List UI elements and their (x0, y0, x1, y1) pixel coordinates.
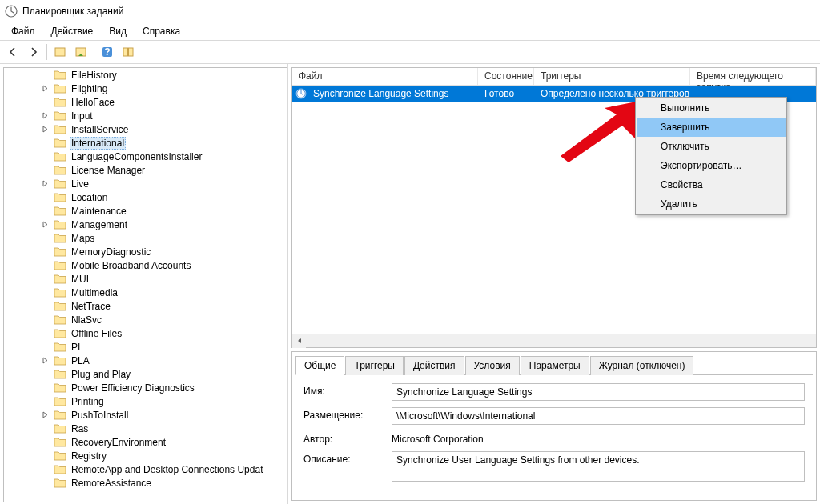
tree-item[interactable]: Printing (4, 394, 287, 408)
ctx-export[interactable]: Экспортировать… (637, 156, 786, 175)
col-triggers[interactable]: Триггеры (534, 68, 690, 85)
expand-icon[interactable] (39, 178, 50, 190)
tabs: Общие Триггеры Действия Условия Параметр… (295, 355, 813, 375)
tree-item[interactable]: MemoryDiagnostic (4, 245, 287, 258)
tree-item[interactable]: MUI (4, 272, 287, 286)
expand-icon[interactable] (39, 410, 50, 421)
tab-triggers[interactable]: Триггеры (345, 356, 404, 375)
tree-item-label: Mobile Broadband Accounts (70, 260, 192, 271)
tree-item[interactable]: PI (4, 340, 287, 354)
field-name[interactable] (392, 383, 805, 401)
col-nextrun[interactable]: Время следующего запуска (690, 68, 816, 85)
toolbar-separator (46, 44, 47, 60)
tree-item[interactable]: RemoteApp and Desktop Connections Updat (4, 462, 287, 476)
tree-item[interactable]: RemoteAssistance (4, 476, 287, 490)
folder-icon (54, 165, 66, 175)
ctx-run[interactable]: Выполнить (637, 98, 786, 118)
expand-icon[interactable] (39, 110, 50, 122)
tree-item[interactable]: RecoveryEnvironment (4, 435, 287, 449)
toolbar-back-button[interactable] (3, 42, 22, 62)
task-list-header: Файл Состояние Триггеры Время следующего… (292, 68, 816, 86)
tree-item[interactable]: Maps (4, 231, 287, 245)
menu-action[interactable]: Действие (43, 24, 102, 38)
menu-view[interactable]: Вид (101, 24, 135, 38)
task-scheduler-icon (5, 5, 18, 18)
tree-item-label: NlaSvc (70, 314, 103, 326)
tree-item[interactable]: PushToInstall (4, 408, 287, 422)
folder-icon (54, 328, 66, 338)
tree-item[interactable]: NlaSvc (4, 313, 287, 326)
folder-icon (54, 423, 66, 434)
folder-icon (54, 287, 66, 298)
folder-icon (54, 124, 66, 134)
toolbar-btn-4[interactable] (119, 42, 138, 62)
tree-item-label: MUI (70, 274, 90, 285)
tree-item-label: RemoteAssistance (70, 478, 153, 489)
tree-item[interactable]: InstallService (4, 122, 287, 136)
tree-item[interactable]: Live (4, 177, 287, 190)
tree-item[interactable]: NetTrace (4, 299, 287, 313)
expand-icon[interactable] (39, 219, 50, 230)
task-clock-icon (295, 88, 307, 99)
tree-item[interactable]: FileHistory (4, 68, 287, 82)
ctx-delete[interactable]: Удалить (637, 194, 786, 214)
tree-item-label: FileHistory (70, 70, 119, 81)
folder-icon (54, 342, 66, 352)
tree-view[interactable]: FileHistoryFlightingHelloFaceInputInstal… (3, 67, 287, 502)
tree-item[interactable]: Flighting (4, 82, 287, 95)
details-body: Имя: Размещение: Автор: Microsoft Corpor… (295, 375, 813, 494)
tree-item[interactable]: Offline Files (4, 326, 287, 340)
tree-item[interactable]: Management (4, 218, 287, 231)
tree-item[interactable]: Registry (4, 449, 287, 462)
expand-icon[interactable] (39, 83, 50, 94)
folder-icon (54, 192, 66, 202)
folder-icon (54, 478, 66, 488)
menu-help[interactable]: Справка (135, 24, 188, 38)
ctx-disable[interactable]: Отключить (637, 137, 786, 156)
toolbar-forward-button[interactable] (24, 42, 43, 62)
tree-item[interactable]: Location (4, 190, 287, 204)
tree-item[interactable]: LanguageComponentsInstaller (4, 150, 287, 163)
h-scrollbar[interactable] (292, 334, 816, 347)
expand-icon[interactable] (39, 355, 50, 366)
folder-icon (54, 83, 66, 94)
expand-icon[interactable] (39, 124, 50, 135)
tab-params[interactable]: Параметры (521, 356, 589, 375)
tree-item[interactable]: International (4, 136, 287, 150)
window-titlebar: Планировщик заданий (0, 0, 820, 22)
tree-item[interactable]: Input (4, 109, 287, 122)
tab-actions[interactable]: Действия (404, 356, 464, 375)
ctx-properties[interactable]: Свойства (637, 175, 786, 194)
tree-item-label: RemoteApp and Desktop Connections Updat (70, 464, 264, 475)
field-description[interactable] (392, 451, 805, 482)
task-state: Готово (478, 88, 534, 99)
folder-icon (54, 151, 66, 162)
tree-item[interactable]: Plug and Play (4, 367, 287, 381)
scroll-left-icon[interactable] (292, 334, 306, 348)
tab-history[interactable]: Журнал (отключен) (590, 356, 694, 375)
tree-item-label: Printing (70, 396, 106, 407)
task-name: Synchronize Language Settings (307, 88, 478, 99)
col-state[interactable]: Состояние (478, 68, 534, 85)
tree-item[interactable]: License Manager (4, 163, 287, 177)
tree-item[interactable]: Multimedia (4, 286, 287, 299)
tree-item[interactable]: PLA (4, 354, 287, 367)
ctx-end[interactable]: Завершить (637, 118, 786, 137)
tree-item[interactable]: Ras (4, 422, 287, 435)
toolbar-help-button[interactable]: ? (98, 42, 117, 62)
field-location[interactable] (392, 407, 805, 425)
tab-general[interactable]: Общие (295, 356, 344, 375)
folder-icon (54, 450, 66, 461)
col-file[interactable]: Файл (292, 68, 478, 85)
tree-item[interactable]: Power Efficiency Diagnostics (4, 381, 287, 394)
menu-file[interactable]: Файл (3, 24, 43, 38)
tree-item-label: RecoveryEnvironment (70, 437, 167, 448)
toolbar-btn-1[interactable] (50, 42, 70, 62)
tree-item[interactable]: HelloFace (4, 95, 287, 109)
toolbar-btn-2[interactable] (71, 42, 90, 62)
tree-item-label: Offline Files (70, 328, 123, 339)
folder-icon (54, 246, 66, 257)
tree-item[interactable]: Mobile Broadband Accounts (4, 258, 287, 272)
tree-item[interactable]: Maintenance (4, 204, 287, 218)
tab-conditions[interactable]: Условия (465, 356, 520, 375)
